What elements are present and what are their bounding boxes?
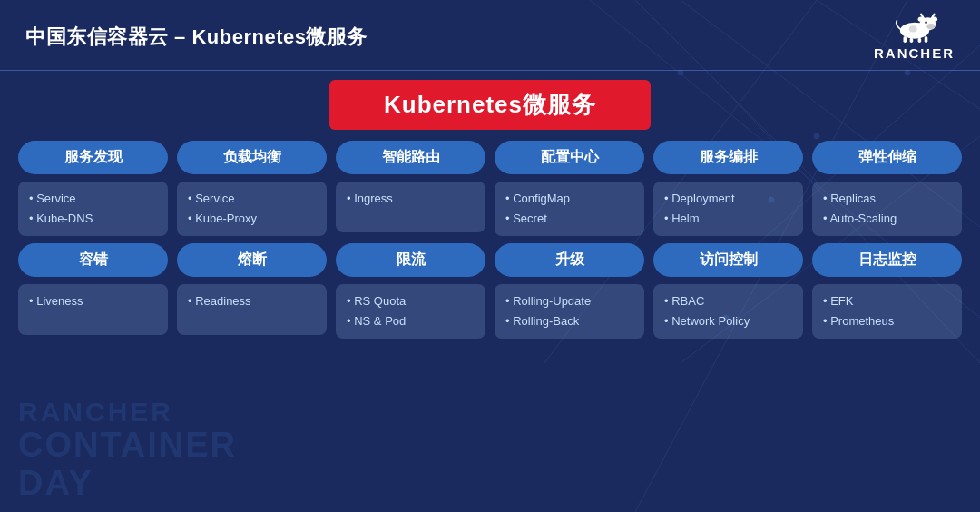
- list-item: NS & Pod: [347, 311, 475, 331]
- item-list: RS QuotaNS & Pod: [336, 284, 485, 339]
- pill-label: 日志监控: [812, 243, 962, 277]
- list-item: Secret: [505, 209, 633, 229]
- grid-col: 服务编排DeploymentHelm: [653, 141, 803, 236]
- pill-label: 升级: [495, 243, 644, 277]
- grid-col: 负载均衡ServiceKube-Proxy: [177, 141, 327, 236]
- item-list: RBACNetwork Policy: [653, 284, 803, 339]
- list-item: Kube-Proxy: [188, 209, 316, 229]
- grid-col: 容错Liveness: [18, 243, 168, 339]
- list-item: Service: [188, 189, 316, 209]
- header: 中国东信容器云 – Kubernetes微服务: [0, 0, 980, 71]
- list-item: Ingress: [347, 189, 475, 209]
- pill-label: 负载均衡: [177, 141, 327, 174]
- list-item: Deployment: [664, 189, 792, 209]
- grid-row-1: 服务发现ServiceKube-DNS负载均衡ServiceKube-Proxy…: [18, 141, 962, 236]
- grid-col: 服务发现ServiceKube-DNS: [18, 141, 168, 236]
- item-list: DeploymentHelm: [653, 182, 803, 236]
- grid-col: 智能路由Ingress: [336, 141, 485, 236]
- item-list: ServiceKube-DNS: [18, 182, 168, 236]
- svg-point-25: [925, 21, 927, 24]
- grid-col: 限流RS QuotaNS & Pod: [336, 243, 485, 339]
- rancher-logo: RANCHER: [874, 13, 955, 61]
- list-item: RBAC: [664, 291, 792, 311]
- pill-label: 服务发现: [18, 141, 168, 174]
- item-list: Readiness: [177, 284, 327, 335]
- grid-row-2: 容错Liveness熔断Readiness限流RS QuotaNS & Pod升…: [18, 243, 962, 339]
- item-list: EFKPrometheus: [812, 284, 962, 339]
- pill-label: 熔断: [177, 243, 327, 277]
- kubernetes-title-box: Kubernetes微服务: [329, 80, 651, 130]
- item-list: Liveness: [18, 284, 168, 335]
- svg-point-24: [926, 24, 935, 29]
- grid-col: 弹性伸缩ReplicasAuto-Scaling: [812, 141, 962, 236]
- svg-rect-22: [917, 38, 921, 43]
- grid-col: 访问控制RBACNetwork Policy: [653, 243, 803, 339]
- top-box-row: Kubernetes微服务: [18, 80, 962, 130]
- item-list: ConfigMapSecret: [495, 182, 644, 236]
- pill-label: 配置中心: [495, 141, 644, 174]
- item-list: ServiceKube-Proxy: [177, 182, 327, 236]
- page-title: 中国东信容器云 – Kubernetes微服务: [25, 24, 368, 51]
- watermark-container: CONTAINER: [18, 427, 237, 465]
- list-item: Replicas: [823, 189, 951, 209]
- list-item: Rolling-Back: [505, 311, 633, 331]
- grid-col: 升级Rolling-UpdateRolling-Back: [495, 243, 644, 339]
- list-item: Helm: [664, 209, 792, 229]
- item-list: ReplicasAuto-Scaling: [812, 182, 962, 236]
- pill-label: 智能路由: [336, 141, 485, 174]
- grid-col: 熔断Readiness: [177, 243, 327, 339]
- list-item: RS Quota: [347, 291, 475, 311]
- list-item: EFK: [823, 291, 951, 311]
- list-item: ConfigMap: [505, 189, 633, 209]
- watermark-day: DAY: [18, 465, 237, 503]
- list-item: Network Policy: [664, 311, 792, 331]
- watermark: RANCHER CONTAINER DAY: [18, 397, 237, 503]
- list-item: Kube-DNS: [29, 209, 157, 229]
- item-list: Ingress: [336, 182, 485, 232]
- list-item: Rolling-Update: [505, 291, 633, 311]
- list-item: Auto-Scaling: [823, 209, 951, 229]
- grid-col: 日志监控EFKPrometheus: [812, 243, 962, 339]
- main-content: Kubernetes微服务 服务发现ServiceKube-DNS负载均衡Ser…: [0, 71, 980, 355]
- svg-point-28: [908, 25, 916, 32]
- item-list: Rolling-UpdateRolling-Back: [495, 284, 644, 339]
- pill-label: 容错: [18, 243, 168, 277]
- watermark-rancher: RANCHER: [18, 397, 237, 427]
- pill-label: 服务编排: [653, 141, 803, 174]
- pill-label: 访问控制: [653, 243, 803, 277]
- grid-col: 配置中心ConfigMapSecret: [495, 141, 644, 236]
- svg-rect-21: [909, 38, 913, 43]
- svg-rect-23: [924, 36, 927, 43]
- list-item: Liveness: [29, 291, 157, 311]
- list-item: Readiness: [188, 291, 316, 311]
- pill-label: 限流: [336, 243, 485, 277]
- rancher-label: RANCHER: [874, 45, 955, 61]
- svg-rect-20: [903, 36, 906, 43]
- list-item: Prometheus: [823, 311, 951, 331]
- pill-label: 弹性伸缩: [812, 141, 962, 174]
- rancher-icon: [890, 13, 939, 44]
- list-item: Service: [29, 189, 157, 209]
